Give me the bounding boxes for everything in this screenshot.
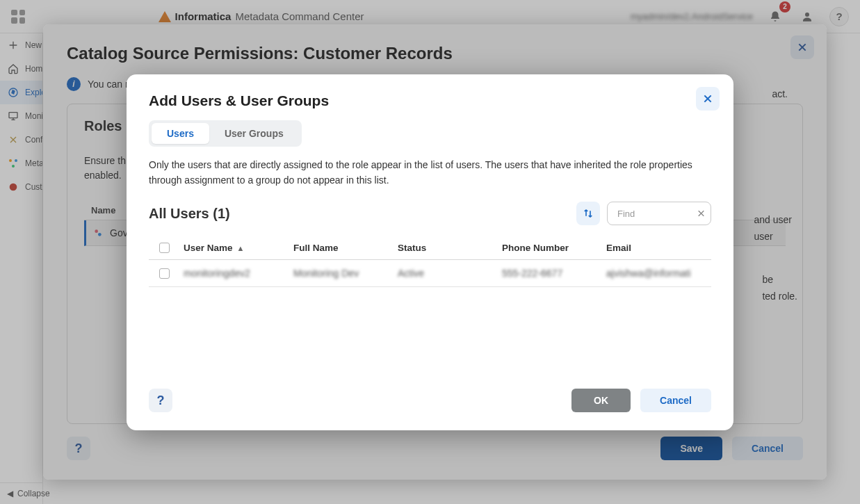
- close-icon: [702, 93, 713, 104]
- users-groups-tabs: Users User Groups: [149, 120, 302, 147]
- tab-users[interactable]: Users: [152, 123, 209, 144]
- col-status[interactable]: Status: [394, 243, 498, 253]
- tab-user-groups[interactable]: User Groups: [209, 123, 299, 144]
- row-checkbox[interactable]: [159, 268, 170, 279]
- add-users-modal: Add Users & User Groups Users User Group…: [127, 74, 733, 430]
- search-input[interactable]: [607, 202, 711, 225]
- sort-icon: [582, 207, 594, 220]
- modal2-footer: ? OK Cancel: [149, 389, 711, 412]
- sort-button[interactable]: [576, 202, 600, 225]
- select-all-checkbox[interactable]: [159, 243, 170, 253]
- col-email[interactable]: Email: [602, 243, 711, 253]
- clear-search-button[interactable]: [697, 209, 706, 218]
- cancel-button[interactable]: Cancel: [640, 389, 711, 412]
- cell-email: ajvishwa@informati: [602, 268, 711, 279]
- ok-button[interactable]: OK: [571, 389, 631, 412]
- close-button[interactable]: [696, 87, 720, 111]
- help-button[interactable]: ?: [149, 389, 172, 412]
- cell-status: Active: [394, 268, 498, 279]
- users-table: User Name ▲ Full Name Status Phone Numbe…: [149, 236, 711, 287]
- col-fullname[interactable]: Full Name: [289, 243, 394, 253]
- search-box: [607, 202, 711, 225]
- modal-description: Only the users that are directly assigne…: [149, 158, 711, 188]
- all-users-title: All Users (1): [149, 206, 230, 222]
- cell-username: monitoringdev2: [179, 268, 289, 279]
- modal-title: Add Users & User Groups: [149, 92, 711, 109]
- close-icon: [697, 209, 706, 218]
- cell-phone: 555-222-6677: [498, 268, 602, 279]
- table-header: User Name ▲ Full Name Status Phone Numbe…: [149, 236, 711, 260]
- table-row[interactable]: monitoringdev2 Monitoring Dev Active 555…: [149, 260, 711, 287]
- col-phone[interactable]: Phone Number: [498, 243, 602, 253]
- sort-asc-icon: ▲: [237, 244, 245, 252]
- col-username[interactable]: User Name ▲: [179, 243, 289, 253]
- cell-fullname: Monitoring Dev: [289, 268, 394, 279]
